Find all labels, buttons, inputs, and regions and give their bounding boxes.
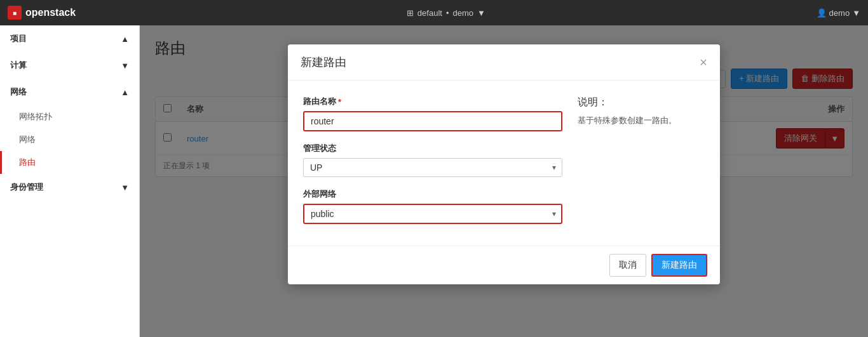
- sidebar-identity-label: 身份管理: [10, 182, 43, 193]
- form-group-admin-state: 管理状态 UP DOWN: [303, 143, 562, 177]
- sidebar-header-network[interactable]: 网络 ▲: [0, 79, 139, 105]
- project-name: default: [417, 8, 442, 18]
- user-label: demo: [829, 8, 850, 18]
- navbar-right: 👤 demo ▼: [817, 8, 860, 18]
- navbar-center: ⊞ default • demo ▼: [407, 8, 485, 18]
- sidebar-network-label: 网络: [10, 86, 27, 98]
- external-network-select[interactable]: public: [303, 204, 562, 224]
- external-network-select-wrapper: public: [303, 204, 562, 224]
- user-project: demo: [452, 8, 473, 18]
- main-content: 路由 🔍 + 新建路由 🗑 删除路由 名称 操作: [140, 25, 868, 337]
- description-text: 基于特殊参数创建一路由。: [578, 114, 705, 127]
- name-required: *: [338, 97, 341, 107]
- user-icon: 👤: [817, 8, 827, 18]
- section-project: 项目 ▲: [0, 25, 139, 52]
- section-identity: 身份管理 ▼: [0, 174, 139, 201]
- cancel-button[interactable]: 取消: [609, 254, 646, 277]
- submit-button[interactable]: 新建路由: [651, 254, 707, 277]
- form-group-name: 路由名称 *: [303, 96, 562, 131]
- sidebar-item-routers[interactable]: 路由: [0, 151, 139, 174]
- create-router-modal: 新建路由 × 路由名称 *: [288, 44, 720, 284]
- user-caret[interactable]: ▼: [852, 8, 860, 18]
- modal-form: 路由名称 * 管理状态 UP DOWN: [303, 96, 562, 235]
- name-label: 路由名称 *: [303, 96, 562, 107]
- form-group-external-network: 外部网络 public: [303, 188, 562, 224]
- sidebar-compute-caret: ▼: [121, 61, 129, 70]
- section-compute: 计算 ▼: [0, 52, 139, 79]
- sidebar-identity-caret: ▼: [121, 183, 129, 192]
- sidebar-project-label: 项目: [10, 33, 27, 44]
- sidebar: 项目 ▲ 计算 ▼ 网络 ▲ 网络拓扑 网络 路由 身份管理 ▼: [0, 25, 140, 337]
- modal-overlay: 新建路由 × 路由名称 *: [140, 25, 868, 337]
- sidebar-network-caret: ▲: [121, 88, 129, 97]
- description-title: 说明：: [578, 96, 705, 109]
- sidebar-item-network-topology[interactable]: 网络拓扑: [0, 105, 139, 128]
- sidebar-item-networks[interactable]: 网络: [0, 128, 139, 151]
- modal-body: 路由名称 * 管理状态 UP DOWN: [288, 81, 720, 246]
- admin-state-label: 管理状态: [303, 143, 562, 154]
- brand-icon: ■: [8, 6, 22, 20]
- modal-title: 新建路由: [301, 55, 346, 70]
- admin-state-select[interactable]: UP DOWN: [303, 158, 562, 177]
- sidebar-compute-label: 计算: [10, 60, 27, 71]
- sidebar-project-caret: ▲: [121, 34, 129, 44]
- router-name-input[interactable]: [303, 111, 562, 131]
- admin-state-select-wrapper: UP DOWN: [303, 158, 562, 177]
- nav-separator: •: [446, 8, 449, 18]
- sidebar-header-identity[interactable]: 身份管理 ▼: [0, 174, 139, 201]
- section-network: 网络 ▲ 网络拓扑 网络 路由: [0, 79, 139, 174]
- brand[interactable]: ■ openstack: [8, 6, 76, 20]
- project-label: ⊞: [407, 8, 414, 18]
- modal-footer: 取消 新建路由: [288, 246, 720, 284]
- brand-label: openstack: [25, 7, 76, 18]
- sidebar-header-compute[interactable]: 计算 ▼: [0, 52, 139, 79]
- modal-close-button[interactable]: ×: [700, 56, 707, 69]
- modal-header: 新建路由 ×: [288, 44, 720, 81]
- nav-caret[interactable]: ▼: [477, 8, 485, 18]
- navbar-left: ■ openstack: [8, 6, 76, 20]
- layout: 项目 ▲ 计算 ▼ 网络 ▲ 网络拓扑 网络 路由 身份管理 ▼: [0, 25, 868, 337]
- modal-description: 说明： 基于特殊参数创建一路由。: [578, 96, 705, 235]
- sidebar-header-project[interactable]: 项目 ▲: [0, 25, 139, 52]
- external-network-label: 外部网络: [303, 188, 562, 200]
- navbar: ■ openstack ⊞ default • demo ▼ 👤 demo ▼: [0, 0, 868, 25]
